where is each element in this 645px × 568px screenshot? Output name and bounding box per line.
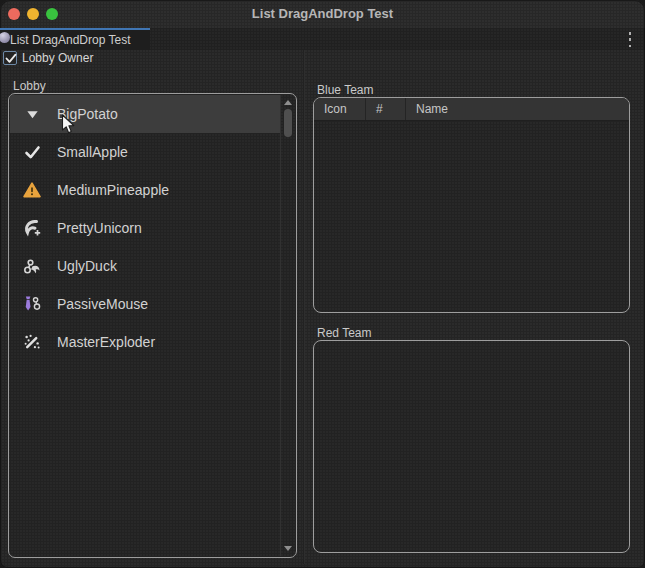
list-item-masterexploder[interactable]: MasterExploder	[10, 323, 280, 361]
tab-label: List DragAndDrop Test	[10, 32, 131, 49]
tie-nodes-icon	[23, 295, 41, 313]
window-title: List DragAndDrop Test	[0, 0, 645, 28]
scrollbar-thumb[interactable]	[284, 109, 292, 137]
list-item-label: UglyDuck	[57, 258, 117, 274]
pane-splitter[interactable]	[303, 50, 305, 564]
column-header-name[interactable]: Name	[406, 98, 629, 120]
lobby-rows: BigPotato SmallApple MediumPineapple	[10, 95, 280, 361]
scroll-up-arrow-icon[interactable]	[284, 100, 292, 105]
joint-claw-icon	[23, 257, 41, 275]
window-sphere-icon	[0, 32, 10, 43]
list-item-label: MediumPineapple	[57, 182, 169, 198]
red-team-drop-area[interactable]	[313, 340, 630, 553]
checkmark-icon	[23, 143, 41, 161]
list-item-passivemouse[interactable]: PassiveMouse	[10, 285, 280, 323]
list-item-bigpotato[interactable]: BigPotato	[10, 95, 280, 133]
horn-plus-icon	[23, 219, 41, 237]
blue-team-table-header: Icon # Name	[314, 98, 629, 121]
list-item-label: MasterExploder	[57, 334, 155, 350]
lobby-owner-checkbox[interactable]	[3, 51, 17, 65]
lobby-label: Lobby	[13, 79, 46, 93]
lobby-owner-label: Lobby Owner	[22, 51, 93, 65]
tab-bar: List DragAndDrop Test	[0, 28, 645, 50]
list-item-label: BigPotato	[57, 106, 118, 122]
list-item-prettyunicorn[interactable]: PrettyUnicorn	[10, 209, 280, 247]
list-item-mediumpineapple[interactable]: MediumPineapple	[10, 171, 280, 209]
title-bar: List DragAndDrop Test	[0, 0, 645, 28]
blue-team-drop-area[interactable]: Icon # Name	[313, 97, 630, 313]
column-header-number[interactable]: #	[366, 98, 406, 120]
blue-team-label: Blue Team	[317, 83, 373, 97]
column-header-icon[interactable]: Icon	[314, 98, 366, 120]
sparkle-wand-icon	[23, 333, 41, 351]
list-item-uglyduck[interactable]: UglyDuck	[10, 247, 280, 285]
warning-triangle-icon	[23, 181, 41, 199]
list-item-label: PassiveMouse	[57, 296, 148, 312]
red-team-label: Red Team	[317, 326, 371, 340]
list-item-smallapple[interactable]: SmallApple	[10, 133, 280, 171]
lobby-list: BigPotato SmallApple MediumPineapple	[8, 93, 297, 558]
tab-list-draganddrop-test[interactable]: List DragAndDrop Test	[0, 28, 150, 50]
editor-window: List DragAndDrop Test List DragAndDrop T…	[0, 0, 645, 568]
checkmark-icon	[4, 52, 18, 65]
dropdown-triangle-icon	[23, 105, 41, 123]
list-item-label: PrettyUnicorn	[57, 220, 142, 236]
scroll-down-arrow-icon[interactable]	[284, 546, 292, 551]
kebab-menu-icon[interactable]	[625, 32, 635, 47]
list-item-label: SmallApple	[57, 144, 128, 160]
vertical-scrollbar[interactable]	[280, 95, 295, 556]
